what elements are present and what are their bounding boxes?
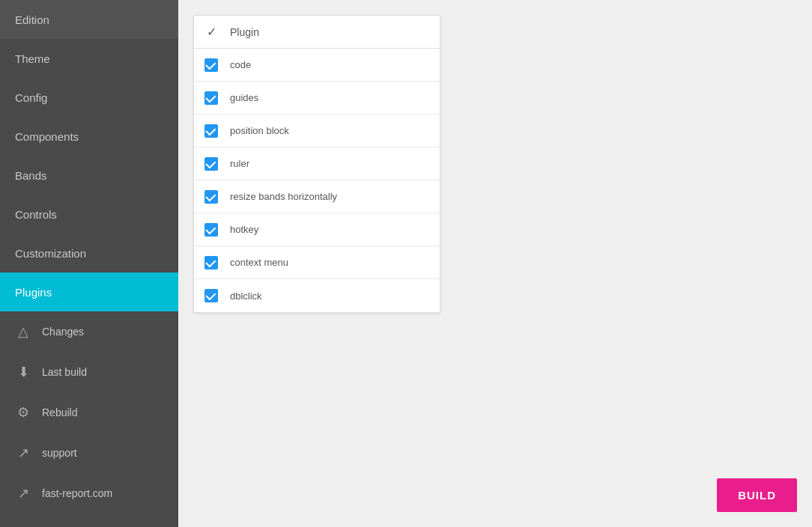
sidebar-label-bands: Bands	[15, 169, 47, 182]
plugin-label-dblclick: dblclick	[230, 290, 262, 302]
plugin-row-dblclick: dblclick	[194, 279, 440, 312]
checkmark-icon: ✓	[204, 25, 218, 39]
checkbox-position-block[interactable]	[204, 124, 218, 138]
sidebar-label-edition: Edition	[15, 13, 49, 26]
sidebar-label-plugins: Plugins	[15, 286, 52, 299]
plugin-label-ruler: ruler	[230, 158, 249, 169]
sidebar-label-theme: Theme	[15, 52, 50, 65]
plugin-label-code: code	[230, 59, 251, 70]
sidebar-item-edition[interactable]: Edition	[0, 0, 178, 39]
plugin-label-hotkey: hotkey	[230, 224, 258, 235]
checkbox-code[interactable]	[204, 58, 218, 72]
sidebar-item-controls[interactable]: Controls	[0, 195, 178, 234]
sidebar-item-support[interactable]: ↗ support	[0, 433, 178, 473]
sidebar-item-customization[interactable]: Customization	[0, 234, 178, 272]
checkbox-dblclick[interactable]	[204, 289, 218, 302]
build-button[interactable]: BUILD	[717, 478, 797, 512]
sidebar-item-changes[interactable]: △ Changes	[0, 311, 178, 352]
plugin-row-resize-bands: resize bands horizontally	[194, 180, 440, 213]
plugin-row-code: code	[194, 49, 440, 82]
plugin-label-resize-bands: resize bands horizontally	[230, 191, 337, 202]
sidebar-nav: Edition Theme Config Components Bands Co…	[0, 0, 178, 527]
plugin-label-context-menu: context menu	[230, 257, 288, 268]
checkbox-ruler[interactable]	[204, 157, 218, 171]
plugin-header-row: ✓ Plugin	[194, 16, 440, 49]
sidebar-item-theme[interactable]: Theme	[0, 39, 178, 78]
sidebar-label-config: Config	[15, 91, 47, 104]
sidebar-label-customization: Customization	[15, 247, 86, 260]
main-content: ✓ Plugin code guides position block rule…	[178, 0, 812, 527]
plugin-row-guides: guides	[194, 82, 440, 115]
checkbox-context-menu[interactable]	[204, 256, 218, 269]
sidebar-label-rebuild: Rebuild	[42, 406, 77, 418]
sidebar-item-config[interactable]: Config	[0, 78, 178, 117]
download-icon: ⬇	[15, 364, 31, 380]
sidebar: Edition Theme Config Components Bands Co…	[0, 0, 178, 527]
plugin-row-ruler: ruler	[194, 147, 440, 180]
plugin-label-position-block: position block	[230, 125, 289, 136]
sidebar-item-rebuild[interactable]: ⚙ Rebuild	[0, 392, 178, 433]
checkbox-hotkey[interactable]	[204, 223, 218, 237]
plugin-panel: ✓ Plugin code guides position block rule…	[193, 15, 440, 313]
plugin-row-context-menu: context menu	[194, 246, 440, 279]
sidebar-label-changes: Changes	[42, 326, 84, 338]
sidebar-label-components: Components	[15, 130, 79, 143]
sidebar-label-fast-report: fast-report.com	[42, 487, 112, 499]
sidebar-item-fast-report[interactable]: ↗ fast-report.com	[0, 473, 178, 514]
sidebar-item-components[interactable]: Components	[0, 117, 178, 156]
sidebar-item-last-build[interactable]: ⬇ Last build	[0, 352, 178, 392]
plugin-row-position-block: position block	[194, 115, 440, 147]
sidebar-item-bands[interactable]: Bands	[0, 156, 178, 195]
checkbox-guides[interactable]	[204, 91, 218, 105]
sidebar-label-controls: Controls	[15, 208, 57, 221]
plugin-row-hotkey: hotkey	[194, 213, 440, 246]
changes-icon: △	[15, 323, 31, 340]
gear-icon: ⚙	[15, 404, 31, 421]
website-icon: ↗	[15, 485, 31, 502]
plugin-label-guides: guides	[230, 92, 258, 103]
sidebar-item-plugins[interactable]: Plugins	[0, 272, 178, 311]
checkbox-resize-bands[interactable]	[204, 190, 218, 204]
sidebar-label-support: support	[42, 447, 77, 459]
sidebar-label-last-build: Last build	[42, 366, 87, 378]
external-link-icon: ↗	[15, 445, 31, 461]
plugin-header-label: Plugin	[230, 26, 259, 38]
